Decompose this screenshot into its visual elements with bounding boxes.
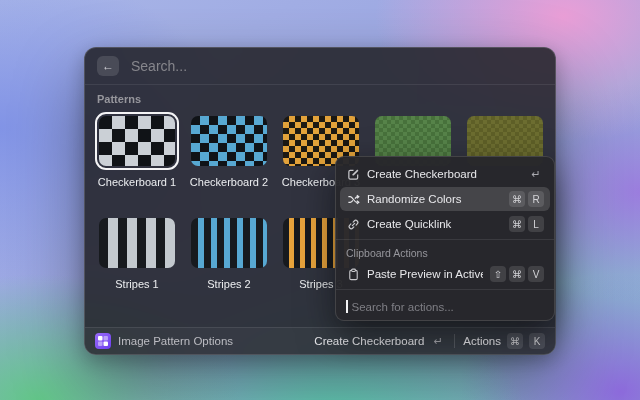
section-title-clipboard-actions: Clipboard Actions xyxy=(336,243,554,261)
menu-item-create-checkerboard[interactable]: Create Checkerboard ↵ xyxy=(340,162,550,186)
search-header: ← xyxy=(85,48,555,85)
footer-bar: Image Pattern Options Create Checkerboar… xyxy=(85,327,555,354)
l-key: L xyxy=(528,216,544,232)
menu-item-randomize-colors[interactable]: Randomize Colors ⌘ R xyxy=(340,187,550,211)
footer-app-label: Image Pattern Options xyxy=(118,335,233,347)
compose-icon xyxy=(346,167,360,181)
divider xyxy=(336,289,554,290)
tile-label: Checkerboard 1 xyxy=(98,176,176,188)
primary-action-button[interactable]: Create Checkerboard xyxy=(314,335,424,347)
divider xyxy=(454,334,455,348)
menu-item-paste-preview[interactable]: Paste Preview in Active App ⇧ ⌘ V xyxy=(340,262,550,286)
link-icon xyxy=(346,217,360,231)
desktop: ← Patterns Checkerboard 1 Checkerboard 2 xyxy=(0,0,640,400)
menu-item-label: Create Quicklink xyxy=(367,218,502,230)
stripes-2-tile[interactable] xyxy=(191,218,267,268)
cmd-key: ⌘ xyxy=(509,266,525,282)
shift-key: ⇧ xyxy=(490,266,506,282)
shortcut-keys: ⌘ R xyxy=(509,191,544,207)
enter-key: ↵ xyxy=(528,166,544,182)
clipboard-icon xyxy=(346,267,360,281)
footer-actions: Create Checkerboard ↵ Actions ⌘ K xyxy=(314,333,545,349)
text-caret xyxy=(346,300,348,313)
cmd-key: ⌘ xyxy=(509,191,525,207)
search-input[interactable] xyxy=(129,57,543,75)
shortcut-keys: ↵ xyxy=(528,166,544,182)
pattern-cell-checkerboard-1[interactable]: Checkerboard 1 xyxy=(95,112,179,188)
shuffle-icon xyxy=(346,192,360,206)
selection-ring xyxy=(187,214,271,272)
tile-label: Stripes 2 xyxy=(207,278,250,290)
v-key: V xyxy=(528,266,544,282)
shortcut-keys: ⇧ ⌘ V xyxy=(490,266,544,282)
menu-item-label: Paste Preview in Active App xyxy=(367,268,483,280)
pattern-cell-stripes-2[interactable]: Stripes 2 xyxy=(187,214,271,290)
checkerboard-1-tile[interactable] xyxy=(99,116,175,166)
actions-search-placeholder: Search for actions... xyxy=(352,301,454,313)
section-title-patterns: Patterns xyxy=(85,90,555,112)
shortcut-keys: ⌘ L xyxy=(509,216,544,232)
divider xyxy=(336,239,554,240)
enter-key: ↵ xyxy=(430,333,446,349)
selection-ring xyxy=(187,112,271,170)
checkerboard-2-tile[interactable] xyxy=(191,116,267,166)
menu-item-create-quicklink[interactable]: Create Quicklink ⌘ L xyxy=(340,212,550,236)
pattern-cell-stripes-1[interactable]: Stripes 1 xyxy=(95,214,179,290)
actions-search-field[interactable]: Search for actions... xyxy=(336,293,554,320)
tile-label: Checkerboard 2 xyxy=(190,176,268,188)
actions-button[interactable]: Actions xyxy=(463,335,501,347)
cmd-key: ⌘ xyxy=(507,333,523,349)
selection-ring xyxy=(95,112,179,170)
image-pattern-app-icon xyxy=(95,333,111,349)
back-button[interactable]: ← xyxy=(97,56,119,76)
tile-label: Stripes 1 xyxy=(115,278,158,290)
pattern-cell-checkerboard-2[interactable]: Checkerboard 2 xyxy=(187,112,271,188)
selection-ring xyxy=(95,214,179,272)
stripes-1-tile[interactable] xyxy=(99,218,175,268)
cmd-key: ⌘ xyxy=(509,216,525,232)
k-key: K xyxy=(529,333,545,349)
actions-popup: Create Checkerboard ↵ Randomize Colors xyxy=(335,156,555,321)
launcher-window: ← Patterns Checkerboard 1 Checkerboard 2 xyxy=(84,47,556,355)
menu-item-label: Randomize Colors xyxy=(367,193,502,205)
menu-item-label: Create Checkerboard xyxy=(367,168,521,180)
r-key: R xyxy=(528,191,544,207)
